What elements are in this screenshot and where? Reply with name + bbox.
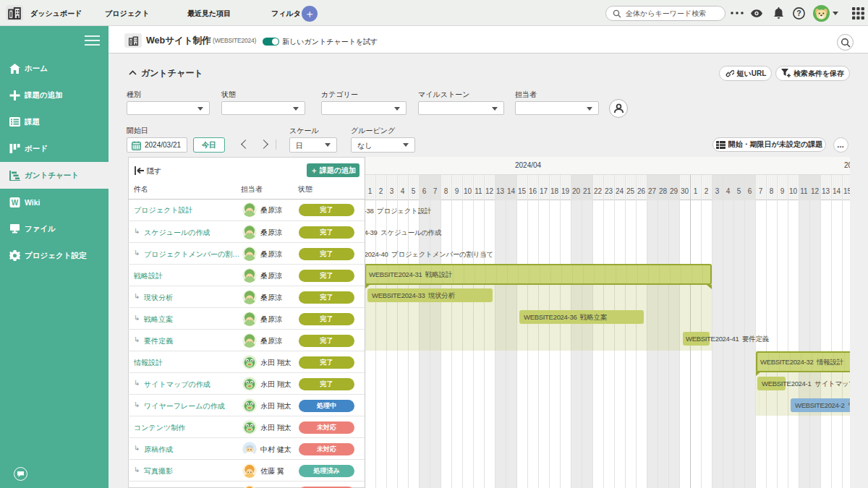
svg-text:W: W: [12, 199, 19, 207]
svg-text:?: ?: [796, 9, 801, 17]
